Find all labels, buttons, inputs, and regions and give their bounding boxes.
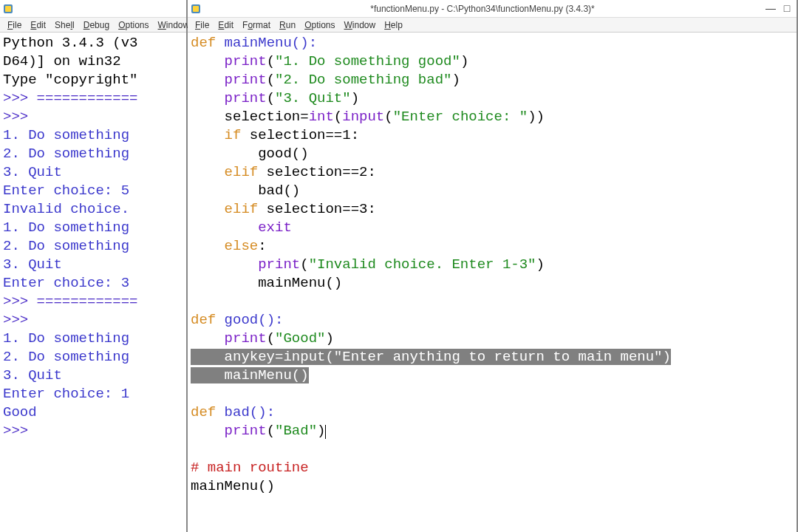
editor-menu-file[interactable]: File — [191, 20, 214, 30]
str1: "1. Do something good" — [275, 53, 460, 69]
shell-header-line3: Type "copyright" — [3, 72, 137, 88]
shell-out-menu1c: 1. Do something — [3, 330, 129, 347]
editor-menu-help[interactable]: Help — [380, 20, 407, 30]
exit-pre — [191, 219, 258, 236]
shell-header-line1: Python 3.4.3 (v3 — [3, 35, 137, 51]
kw-def2: def — [191, 312, 216, 328]
editor-title: *functionMenu.py - C:\Python34\functionM… — [204, 4, 761, 14]
shell-prompt2: >>> — [3, 312, 37, 328]
int-call: int — [309, 109, 334, 125]
comment-main: # main routine — [191, 460, 309, 476]
kw-elif1: elif — [225, 164, 259, 180]
svg-rect-3 — [193, 6, 199, 12]
good-pre — [191, 330, 225, 347]
input2: input — [283, 349, 325, 365]
python-icon — [3, 4, 13, 14]
editor-titlebar: *functionMenu.py - C:\Python34\functionM… — [188, 0, 797, 18]
shell-out-enter5: Enter choice: 5 — [3, 183, 129, 199]
paren: ) — [317, 423, 325, 439]
shell-out-menu3b: 3. Quit — [3, 256, 62, 273]
shell-menu-options[interactable]: Options — [114, 20, 153, 30]
shell-prompt: >>> — [3, 109, 37, 125]
paren: ( — [334, 109, 342, 125]
colon: : — [258, 238, 266, 254]
fn-good: good(): — [216, 312, 283, 328]
paren: ( — [325, 349, 333, 365]
paren: ( — [300, 256, 308, 273]
text-cursor — [325, 425, 326, 439]
input-call: input — [342, 109, 384, 125]
editor-code[interactable]: def mainMenu(): print("1. Do something g… — [188, 33, 797, 532]
paren: ( — [384, 109, 392, 125]
paren: ) — [325, 330, 333, 347]
fn-mainmenu: mainMenu(): — [216, 35, 317, 51]
selected-text: anykey=input("Enter anything to return t… — [191, 349, 671, 383]
shell-menu-debug[interactable]: Debug — [79, 20, 114, 30]
shell-out-menu2b: 2. Do something — [3, 238, 129, 254]
shell-out-menu2c: 2. Do something — [3, 349, 129, 365]
shell-titlebar — [0, 0, 186, 18]
exit-call: exit — [258, 219, 292, 236]
editor-menu-run[interactable]: Run — [275, 20, 300, 30]
shell-out-menu3c: 3. Quit — [3, 367, 62, 383]
shell-header-line2: D64)] on win32 — [3, 53, 121, 69]
recurse: mainMenu() — [191, 275, 342, 291]
str4: "Enter choice: " — [393, 109, 528, 125]
cond1: selection==1: — [241, 127, 359, 143]
paren: ) — [460, 53, 468, 69]
str7: "Enter anything to return to main menu" — [334, 349, 663, 365]
paren: )) — [528, 109, 545, 125]
paren: ( — [267, 90, 275, 106]
editor-menu-edit[interactable]: Edit — [214, 20, 238, 30]
anykey-pre: anykey= — [191, 349, 283, 365]
shell-out-menu2a: 2. Do something — [3, 146, 129, 162]
bad-pre — [191, 423, 225, 439]
paren: ( — [267, 423, 275, 439]
minimize-button[interactable]: — — [764, 3, 777, 15]
shell-pane: File Edit Shell Debug Options Window Pyt… — [0, 0, 188, 532]
call-good: good() — [191, 146, 309, 162]
shell-output[interactable]: Python 3.4.3 (v3 D64)] on win32 Type "co… — [0, 33, 186, 532]
paren: ( — [267, 72, 275, 88]
call-mainmenu: mainMenu() — [191, 478, 275, 494]
shell-restart-sep: >>> ============ — [3, 90, 137, 106]
shell-out-enter1: Enter choice: 1 — [3, 386, 129, 402]
editor-menu-window[interactable]: Window — [340, 20, 381, 30]
svg-rect-1 — [5, 6, 11, 12]
str8: "Bad" — [275, 423, 317, 439]
shell-out-enter3: Enter choice: 3 — [3, 275, 129, 291]
paren: ) — [536, 256, 545, 273]
python-icon — [191, 4, 201, 14]
print5: print — [225, 330, 267, 347]
editor-pane: *functionMenu.py - C:\Python34\functionM… — [188, 0, 798, 532]
recurse2: mainMenu() — [191, 367, 309, 383]
print3: print — [225, 90, 267, 106]
kw-def3: def — [191, 404, 216, 420]
shell-out-invalid: Invalid choice. — [3, 201, 129, 217]
paren: ) — [451, 72, 460, 88]
shell-menu-edit[interactable]: Edit — [26, 20, 50, 30]
cond3: selection==3: — [258, 201, 376, 217]
paren: ( — [267, 330, 275, 347]
print4: print — [258, 256, 300, 273]
str6: "Good" — [275, 330, 325, 347]
shell-out-menu3a: 3. Quit — [3, 164, 62, 180]
shell-out-menu1a: 1. Do something — [3, 127, 129, 143]
editor-menu-options[interactable]: Options — [300, 20, 339, 30]
str5: "Invalid choice. Enter 1-3" — [309, 256, 536, 273]
paren: ) — [351, 90, 359, 106]
paren: ) — [663, 349, 671, 365]
call-bad: bad() — [191, 183, 300, 199]
editor-menu-format[interactable]: Format — [238, 20, 275, 30]
shell-menu-file[interactable]: File — [3, 20, 26, 30]
print1: print — [225, 53, 267, 69]
kw-if: if — [225, 127, 242, 143]
shell-out-good: Good — [3, 404, 37, 420]
cond2: selection==2: — [258, 164, 376, 180]
shell-out-menu1b: 1. Do something — [3, 219, 129, 236]
str3: "3. Quit" — [275, 90, 351, 106]
shell-restart-sep2: >>> ============ — [3, 293, 137, 310]
kw-def: def — [191, 35, 216, 51]
shell-menu-shell[interactable]: Shell — [50, 20, 79, 30]
maximize-button[interactable]: □ — [780, 3, 794, 15]
